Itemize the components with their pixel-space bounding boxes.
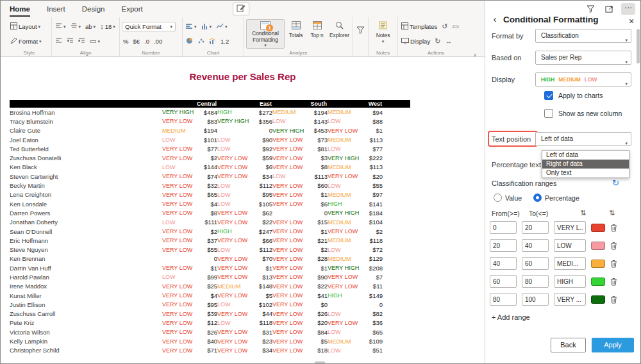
table-row[interactable]: Eric HoffmannVERY LOW$37VERY LOW$66VERY … <box>10 236 410 245</box>
color-swatch[interactable] <box>591 295 605 304</box>
percent-format-button[interactable]: % <box>122 37 129 46</box>
indent-decrease-button[interactable] <box>65 37 75 46</box>
range-from-input[interactable] <box>490 239 517 252</box>
table-row[interactable]: Claire GuteMEDIUM$1940VERY HIGH$453VERY … <box>10 126 410 135</box>
pie-chart-button[interactable] <box>185 37 194 46</box>
delete-range-icon[interactable] <box>610 295 617 304</box>
table-row[interactable]: Steve NguyenVERY LOW$55LOW$112VERY LOW$2… <box>10 245 410 254</box>
range-from-input[interactable] <box>490 293 517 306</box>
conditional-formatting-button[interactable]: 1 Conditional Formatting▾ <box>246 19 285 49</box>
column-header-east[interactable]: East <box>217 101 272 107</box>
layout-button[interactable]: Layout▾ <box>9 22 42 31</box>
range-to-input[interactable] <box>522 239 549 252</box>
add-range-link[interactable]: + Add range <box>492 313 530 321</box>
line-chart-button[interactable]: ▾ <box>215 22 229 31</box>
more-options-button[interactable]: ⋯ <box>621 3 635 15</box>
notes-button[interactable]: Notes▾ <box>371 19 395 49</box>
table-row[interactable]: Zuschuss DonatelliVERY LOW$2VERY LOW$59V… <box>10 153 410 162</box>
table-row[interactable]: Kunst MillerVERY LOW$4VERY LOW$5VERY LOW… <box>10 291 410 300</box>
align-left-button[interactable] <box>54 37 63 46</box>
indent-increase-button[interactable] <box>77 37 87 46</box>
display-button[interactable]: Display <box>400 37 431 46</box>
column-header-central[interactable]: Central <box>162 101 217 107</box>
table-row[interactable]: Victoria WilsonVERY LOW$26VERY LOW$31VER… <box>10 327 410 336</box>
table-row[interactable]: Ted ButterfieldVERY LOW$77LOW$92VERY LOW… <box>10 144 410 153</box>
sort-arrows-icon[interactable]: ⇅ <box>580 209 586 217</box>
filter-funnel-icon[interactable] <box>584 3 597 15</box>
delete-range-icon[interactable] <box>610 260 617 268</box>
table-row[interactable]: Tracy BlumsteinVERY LOW$83VERY HIGH$356L… <box>10 117 410 126</box>
dropdown-option[interactable]: Right of data <box>542 160 629 169</box>
table-row[interactable]: Lena CreightonVERY LOW$65LOW$95VERY LOW$… <box>10 190 410 199</box>
percentage-radio[interactable]: Percentage <box>533 194 579 202</box>
show-as-new-column-checkbox[interactable]: Show as new column <box>544 109 622 118</box>
column-header-west[interactable]: West <box>328 101 383 107</box>
color-swatch[interactable] <box>591 224 605 232</box>
based-on-dropdown[interactable]: Sales per Rep▾ <box>535 51 631 65</box>
table-row[interactable]: Darren PowersVERY LOW$8VERY LOW$620VERY … <box>10 208 410 217</box>
table-row[interactable]: Pete KrizVERY LOW$12LOW$118VERY LOW$20VE… <box>10 318 410 327</box>
range-to-input[interactable] <box>522 275 549 288</box>
range-from-input[interactable] <box>490 275 517 288</box>
tab-design[interactable]: Design <box>82 1 105 17</box>
align-middle-button[interactable]: ▾ <box>69 22 83 31</box>
totals-button[interactable]: Totals <box>286 19 306 49</box>
delete-range-icon[interactable] <box>610 224 617 232</box>
range-label-input[interactable] <box>554 293 586 306</box>
fit-width-icon[interactable]: ↔ <box>444 37 453 46</box>
column-chart-button[interactable]: ▾ <box>200 22 213 31</box>
align-top-button[interactable]: ▾ <box>54 22 67 31</box>
table-row[interactable]: Kelly LampkinVERY LOW$40VERY LOW$23VERY … <box>10 336 410 345</box>
table-row[interactable]: Darrin Van HuffVERY LOW$1VERY LOW$1VERY … <box>10 263 410 272</box>
delete-range-icon[interactable] <box>610 242 617 250</box>
top-n-button[interactable]: Top n <box>307 19 327 49</box>
delete-range-icon[interactable] <box>610 277 617 286</box>
decimal-display-button[interactable]: 1.2 <box>219 37 230 46</box>
range-from-input[interactable] <box>490 257 517 270</box>
range-to-input[interactable] <box>522 221 549 234</box>
column-header-south[interactable]: South <box>272 101 328 107</box>
panel-close-icon[interactable]: × <box>627 16 636 26</box>
dropdown-option[interactable]: Left of data <box>542 151 629 160</box>
table-row[interactable]: Becky MartinVERY LOW$32LOW$112VERY LOW$6… <box>10 181 410 190</box>
wrap-text-button[interactable]: ab▾ <box>84 22 97 31</box>
text-position-dropdown[interactable]: Left of data▾ <box>535 132 631 146</box>
range-to-input[interactable] <box>522 293 549 306</box>
table-row[interactable]: Ken LonsdaleVERY LOW$4LOW$105VERY LOW$6H… <box>10 199 410 208</box>
range-label-input[interactable] <box>554 275 586 288</box>
range-to-input[interactable] <box>522 257 549 270</box>
horizontal-scrollbar-thumb[interactable] <box>315 361 325 364</box>
range-from-input[interactable] <box>490 221 517 234</box>
table-row[interactable]: Ken Brennan0VERY LOW$70VERY LOW$28MEDIUM… <box>10 254 410 263</box>
apply-to-charts-checkbox[interactable]: Apply to charts <box>544 91 603 100</box>
tab-home[interactable]: Home <box>10 1 30 17</box>
table-row[interactable]: Justin EllisonVERY LOW$95LOW$102VERY LOW… <box>10 300 410 309</box>
format-button[interactable]: Format▾ <box>9 37 43 46</box>
table-row[interactable]: Brosina HoffmanVERY HIGH$484HIGH$272MEDI… <box>10 108 410 117</box>
color-swatch[interactable] <box>591 277 605 286</box>
redo-icon[interactable]: ↻ <box>433 37 442 46</box>
format-by-dropdown[interactable]: Classification▾ <box>535 29 631 43</box>
table-row[interactable]: Christopher SchildVERY LOW$71VERY LOW$34… <box>10 346 410 355</box>
scatter-chart-button[interactable] <box>196 37 206 46</box>
table-row[interactable]: Jonathan DohertyLOW$111VERY LOW$22VERY L… <box>10 218 410 227</box>
expand-icon[interactable] <box>603 3 615 15</box>
refresh-icon[interactable]: ↻ <box>612 178 619 188</box>
panel-scrollbar-thumb[interactable] <box>637 29 640 63</box>
decrease-decimal-button[interactable]: .0 <box>143 37 151 46</box>
table-row[interactable]: Sean O'DonnellVERY LOW$2HIGH$247VERY LOW… <box>10 227 410 236</box>
table-row[interactable]: Ken BlackLOW$144VERY LOW$6VERY LOW$8MEDI… <box>10 163 410 172</box>
explorer-button[interactable]: Explorer <box>328 19 351 49</box>
back-button[interactable]: Back <box>551 338 586 352</box>
edit-report-button[interactable] <box>233 3 249 15</box>
table-row[interactable]: Steven CartwrightVERY LOW$74VERY LOW$34L… <box>10 172 410 181</box>
table-row[interactable]: Irene MaddoxVERY LOW$25MEDIUM$148VERY LO… <box>10 282 410 291</box>
range-label-input[interactable] <box>554 221 586 234</box>
currency-format-button[interactable]: $€ <box>131 37 141 46</box>
dropdown-option[interactable]: Only text <box>542 169 629 178</box>
combo-chart-button[interactable] <box>208 37 217 46</box>
increase-decimal-button[interactable]: .00 <box>153 37 163 46</box>
quick-format-dropdown[interactable]: Quick Format▾ <box>122 22 176 31</box>
table-row[interactable]: Joel EatonLOW$101LOW$90VERY LOW$73MEDIUM… <box>10 135 410 144</box>
apply-button[interactable]: Apply <box>592 338 634 352</box>
